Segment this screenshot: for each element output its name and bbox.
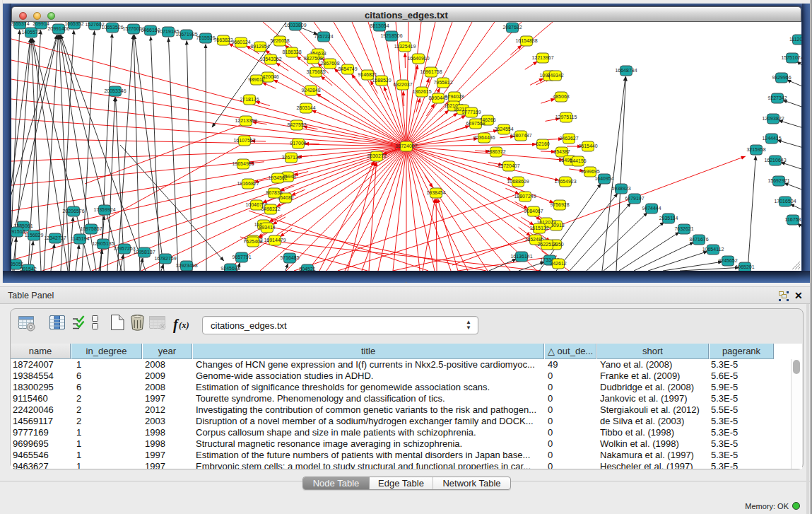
svg-text:17957253: 17957253 — [113, 246, 135, 251]
svg-text:1640954: 1640954 — [594, 176, 613, 181]
svg-text:7386372: 7386372 — [486, 149, 505, 154]
svg-text:6794028: 6794028 — [445, 94, 464, 99]
svg-text:12905135: 12905135 — [92, 241, 114, 246]
svg-text:2522514: 2522514 — [537, 242, 556, 247]
svg-text:342612: 342612 — [550, 261, 566, 266]
svg-text:12342737: 12342737 — [44, 235, 66, 240]
svg-text:62160: 62160 — [536, 141, 550, 146]
svg-text:7625402: 7625402 — [243, 239, 262, 244]
svg-text:8186328: 8186328 — [282, 49, 301, 54]
svg-text:9777169: 9777169 — [461, 110, 481, 115]
svg-text:19166827: 19166827 — [237, 181, 259, 186]
svg-text:2867608: 2867608 — [320, 61, 339, 66]
svg-text:12213967: 12213967 — [531, 55, 553, 60]
svg-text:16640910: 16640910 — [407, 56, 429, 61]
svg-text:10975867: 10975867 — [80, 226, 102, 231]
svg-text:485063: 485063 — [553, 94, 569, 99]
svg-text:10654112: 10654112 — [702, 247, 724, 252]
svg-text:10958187: 10958187 — [133, 250, 155, 255]
svg-text:1938454: 1938454 — [426, 190, 445, 195]
svg-text:1145194: 1145194 — [71, 236, 90, 241]
svg-text:8454749: 8454749 — [338, 66, 357, 71]
svg-text:2555374: 2555374 — [11, 22, 30, 26]
svg-text:1362615: 1362615 — [412, 89, 431, 94]
svg-text:391542: 391542 — [20, 267, 36, 271]
svg-text:867833: 867833 — [266, 190, 282, 195]
svg-text:3175685: 3175685 — [306, 69, 325, 74]
svg-text:17359924: 17359924 — [93, 207, 115, 212]
svg-text:7663822: 7663822 — [213, 37, 233, 42]
svg-text:844156: 844156 — [570, 158, 586, 163]
svg-text:10807487: 10807487 — [510, 133, 531, 138]
svg-text:5938923: 5938923 — [611, 186, 630, 191]
svg-text:15720407: 15720407 — [498, 163, 519, 168]
svg-text:6479197: 6479197 — [625, 196, 644, 201]
svg-text:9084067: 9084067 — [524, 209, 543, 214]
svg-text:2718176: 2718176 — [240, 97, 259, 102]
svg-text:16961758: 16961758 — [420, 69, 442, 74]
svg-text:8813054: 8813054 — [370, 23, 389, 28]
svg-text:12923488: 12923488 — [175, 263, 197, 268]
svg-text:16914479: 16914479 — [264, 238, 286, 243]
svg-text:17654923: 17654923 — [554, 179, 576, 184]
svg-text:11325419: 11325419 — [394, 44, 416, 49]
svg-text:6497568: 6497568 — [466, 121, 485, 126]
svg-text:7955812: 7955812 — [433, 80, 452, 85]
svg-text:849342: 849342 — [547, 73, 563, 78]
svg-text:804521: 804521 — [299, 267, 315, 271]
svg-text:989612: 989612 — [248, 77, 264, 82]
svg-text:3267130: 3267130 — [281, 155, 300, 160]
svg-text:18724007: 18724007 — [395, 144, 417, 148]
svg-text:1112045: 1112045 — [789, 37, 801, 42]
svg-text:20991406: 20991406 — [47, 26, 69, 31]
svg-text:9699695: 9699695 — [580, 169, 599, 174]
svg-text:16782759: 16782759 — [154, 256, 176, 261]
svg-text:16033809: 16033809 — [284, 23, 306, 28]
svg-text:18807249: 18807249 — [514, 194, 536, 199]
svg-text:8912954: 8912954 — [250, 44, 269, 49]
svg-text:19654985: 19654985 — [232, 161, 254, 166]
svg-text:10688609: 10688609 — [507, 179, 529, 184]
svg-text:1244415: 1244415 — [762, 136, 781, 141]
svg-text:2935114: 2935114 — [659, 216, 678, 221]
svg-text:9756928: 9756928 — [550, 202, 569, 207]
svg-text:15751074: 15751074 — [781, 55, 801, 60]
svg-text:2830273: 2830273 — [367, 153, 386, 158]
svg-text:9245693: 9245693 — [220, 266, 240, 271]
svg-text:9146821: 9146821 — [358, 72, 377, 77]
svg-text:9227342: 9227342 — [767, 95, 787, 100]
svg-text:19218506: 19218506 — [380, 33, 402, 38]
svg-text:5716485: 5716485 — [280, 255, 299, 260]
svg-text:16136141: 16136141 — [510, 254, 532, 259]
svg-text:1588520: 1588520 — [372, 78, 391, 83]
svg-text:116753: 116753 — [785, 217, 801, 222]
svg-text:8471676: 8471676 — [689, 237, 708, 242]
svg-text:16154838: 16154838 — [515, 38, 537, 43]
svg-text:1156829: 1156829 — [25, 233, 44, 238]
svg-text:15692971: 15692971 — [767, 178, 789, 183]
svg-text:9245652: 9245652 — [718, 258, 737, 263]
svg-text:16210643: 16210643 — [764, 158, 786, 163]
svg-text:1405572: 1405572 — [21, 30, 40, 35]
svg-text:1934562: 1934562 — [268, 175, 287, 180]
svg-text:17016504: 17016504 — [774, 199, 796, 204]
svg-text:(x): (x) — [179, 320, 189, 330]
svg-text:2087682: 2087682 — [502, 25, 522, 30]
svg-text:7357224: 7357224 — [314, 34, 333, 39]
svg-text:10671985: 10671985 — [175, 32, 197, 37]
svg-text:20053346: 20053346 — [104, 88, 126, 93]
svg-text:9474444: 9474444 — [642, 206, 661, 211]
svg-text:1615132: 1615132 — [529, 226, 548, 230]
svg-text:9329966: 9329966 — [772, 75, 791, 80]
svg-text:2803144: 2803144 — [296, 105, 315, 110]
svg-text:20206576: 20206576 — [62, 209, 84, 214]
svg-text:9660124: 9660124 — [231, 40, 250, 45]
svg-text:16107552: 16107552 — [233, 138, 255, 143]
svg-text:8427552: 8427552 — [287, 122, 306, 127]
svg-text:12975115: 12975115 — [555, 115, 577, 119]
svg-text:3624554: 3624554 — [494, 127, 513, 132]
svg-text:9657791: 9657791 — [232, 255, 251, 259]
svg-text:3215958: 3215958 — [746, 147, 765, 152]
svg-text:20364436: 20364436 — [473, 135, 495, 140]
svg-text:7632621: 7632621 — [674, 226, 693, 231]
